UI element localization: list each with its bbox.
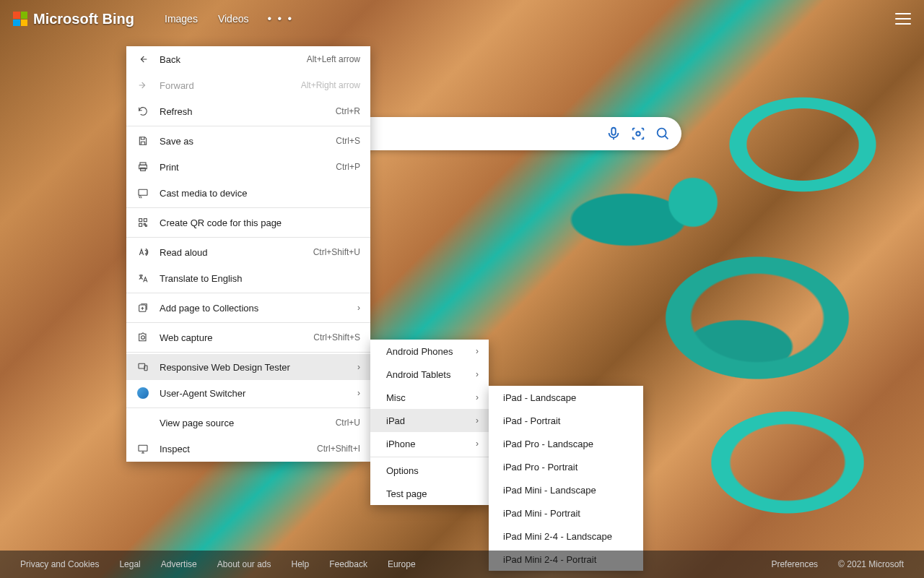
ctx-translate[interactable]: Translate to English bbox=[126, 265, 370, 291]
refresh-icon bbox=[136, 105, 149, 118]
svg-line-3 bbox=[665, 136, 668, 139]
svg-point-1 bbox=[636, 131, 640, 136]
ctx-cast[interactable]: Cast media to device bbox=[126, 180, 370, 206]
footer-europe[interactable]: Europe bbox=[388, 559, 416, 569]
forward-arrow-icon bbox=[136, 79, 149, 92]
svg-rect-10 bbox=[139, 223, 142, 226]
separator bbox=[126, 352, 370, 353]
footer-legal[interactable]: Legal bbox=[119, 559, 140, 569]
svg-point-14 bbox=[141, 336, 145, 340]
ipad-mini24-landscape[interactable]: iPad Mini 2-4 - Landscape bbox=[489, 525, 643, 548]
ctx-read-aloud[interactable]: Read aloud Ctrl+Shift+U bbox=[126, 239, 370, 265]
ctx-forward: Forward Alt+Right arrow bbox=[126, 72, 370, 98]
ipad-portrait[interactable]: iPad - Portrait bbox=[489, 409, 643, 432]
brand-text: Microsoft Bing bbox=[33, 11, 134, 27]
qr-icon bbox=[136, 216, 149, 229]
chevron-right-icon: › bbox=[476, 439, 479, 449]
svg-rect-7 bbox=[139, 189, 147, 195]
rwd-android-tablets[interactable]: Android Tablets › bbox=[370, 363, 489, 386]
separator bbox=[126, 322, 370, 323]
separator bbox=[126, 237, 370, 238]
blank-icon bbox=[136, 416, 149, 429]
ipad-landscape[interactable]: iPad - Landscape bbox=[489, 386, 643, 409]
rwd-iphone[interactable]: iPhone › bbox=[370, 432, 489, 455]
ctx-view-source[interactable]: View page source Ctrl+U bbox=[126, 410, 370, 436]
rwd-android-phones[interactable]: Android Phones › bbox=[370, 340, 489, 363]
svg-rect-12 bbox=[145, 225, 147, 226]
translate-icon bbox=[136, 272, 149, 285]
svg-rect-9 bbox=[144, 219, 147, 222]
chevron-right-icon: › bbox=[357, 303, 360, 313]
hamburger-menu-icon[interactable] bbox=[895, 13, 911, 25]
svg-rect-8 bbox=[139, 219, 142, 222]
ipad-submenu: iPad - Landscape iPad - Portrait iPad Pr… bbox=[489, 386, 643, 571]
footer-copyright: © 2021 Microsoft bbox=[838, 559, 904, 569]
separator bbox=[126, 126, 370, 126]
rwd-options[interactable]: Options bbox=[370, 459, 489, 482]
devices-icon bbox=[136, 361, 149, 374]
rwd-test-page[interactable]: Test page bbox=[370, 482, 489, 505]
image-search-icon[interactable] bbox=[629, 125, 647, 142]
ctx-back[interactable]: Back Alt+Left arrow bbox=[126, 46, 370, 72]
footer-privacy[interactable]: Privacy and Cookies bbox=[20, 559, 99, 569]
collections-icon bbox=[136, 301, 149, 314]
svg-rect-15 bbox=[139, 363, 145, 368]
nav-more-icon[interactable]: • • • bbox=[267, 12, 293, 25]
back-arrow-icon bbox=[136, 53, 149, 66]
rwd-misc[interactable]: Misc › bbox=[370, 386, 489, 409]
bing-logo[interactable]: Microsoft Bing bbox=[13, 11, 134, 27]
nav-videos[interactable]: Videos bbox=[218, 13, 249, 25]
ctx-collections[interactable]: Add page to Collections › bbox=[126, 295, 370, 321]
separator bbox=[370, 457, 489, 457]
ctx-print[interactable]: Print Ctrl+P bbox=[126, 154, 370, 180]
context-menu: Back Alt+Left arrow Forward Alt+Right ar… bbox=[126, 46, 370, 462]
footer: Privacy and Cookies Legal Advertise Abou… bbox=[0, 551, 924, 578]
separator bbox=[126, 293, 370, 293]
ipad-pro-portrait[interactable]: iPad Pro - Portrait bbox=[489, 455, 643, 478]
rwd-ipad[interactable]: iPad › bbox=[370, 409, 489, 432]
inspect-icon bbox=[136, 442, 149, 455]
ctx-save-as[interactable]: Save as Ctrl+S bbox=[126, 128, 370, 154]
svg-rect-17 bbox=[139, 445, 147, 451]
globe-icon bbox=[136, 387, 149, 400]
ipad-mini-portrait[interactable]: iPad Mini - Portrait bbox=[489, 501, 643, 525]
chevron-right-icon: › bbox=[476, 369, 479, 379]
voice-search-icon[interactable] bbox=[605, 125, 622, 142]
footer-feedback[interactable]: Feedback bbox=[329, 559, 367, 569]
microsoft-logo-icon bbox=[13, 12, 27, 26]
ctx-web-capture[interactable]: Web capture Ctrl+Shift+S bbox=[126, 324, 370, 350]
ctx-inspect[interactable]: Inspect Ctrl+Shift+I bbox=[126, 436, 370, 462]
footer-advertise[interactable]: Advertise bbox=[161, 559, 197, 569]
print-icon bbox=[136, 160, 149, 173]
svg-rect-0 bbox=[611, 128, 616, 135]
web-capture-icon bbox=[136, 331, 149, 344]
separator bbox=[126, 207, 370, 208]
footer-preferences[interactable]: Preferences bbox=[771, 559, 818, 569]
read-aloud-icon bbox=[136, 246, 149, 259]
ipad-pro-landscape[interactable]: iPad Pro - Landscape bbox=[489, 432, 643, 455]
save-icon bbox=[136, 134, 149, 147]
nav-images[interactable]: Images bbox=[165, 13, 198, 25]
ctx-user-agent-switcher[interactable]: User-Agent Switcher › bbox=[126, 380, 370, 406]
footer-help[interactable]: Help bbox=[292, 559, 310, 569]
svg-point-2 bbox=[658, 129, 666, 137]
chevron-right-icon: › bbox=[357, 362, 360, 372]
chevron-right-icon: › bbox=[476, 346, 479, 356]
footer-about-ads[interactable]: About our ads bbox=[217, 559, 271, 569]
ctx-qr[interactable]: Create QR code for this page bbox=[126, 210, 370, 236]
ctx-responsive-tester[interactable]: Responsive Web Design Tester › bbox=[126, 354, 370, 380]
chevron-right-icon: › bbox=[476, 392, 479, 402]
cast-icon bbox=[136, 186, 149, 199]
separator bbox=[126, 407, 370, 408]
svg-rect-6 bbox=[141, 168, 146, 171]
chevron-right-icon: › bbox=[476, 415, 479, 426]
ipad-mini-landscape[interactable]: iPad Mini - Landscape bbox=[489, 478, 643, 501]
search-button-icon[interactable] bbox=[654, 125, 671, 142]
rwd-submenu: Android Phones › Android Tablets › Misc … bbox=[370, 340, 489, 505]
header: Microsoft Bing Images Videos • • • bbox=[0, 0, 924, 38]
ctx-refresh[interactable]: Refresh Ctrl+R bbox=[126, 98, 370, 124]
chevron-right-icon: › bbox=[357, 388, 360, 398]
